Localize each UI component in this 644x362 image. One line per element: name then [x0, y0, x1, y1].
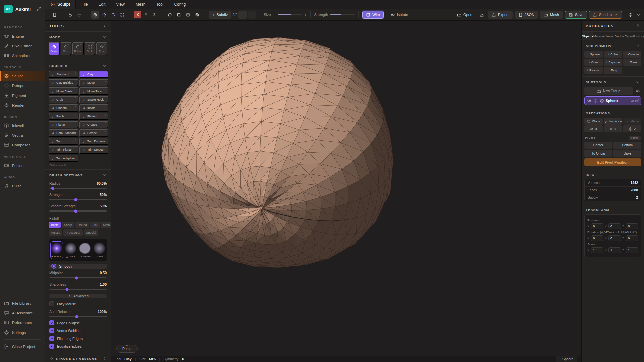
mirror-y-button[interactable]: Y	[604, 125, 622, 132]
vertex-welding-toggle[interactable]: Vertex Welding	[45, 327, 111, 335]
brush-trim-dynamic-button[interactable]: Trim Dynamic	[79, 138, 108, 145]
axis-x-toggle[interactable]: X	[134, 11, 141, 18]
brush-move-button[interactable]: MoveM	[79, 79, 108, 86]
brush-trim-adaptive-button[interactable]: Trim Adaptive	[49, 155, 78, 162]
falloff-special-tab[interactable]: Special	[84, 229, 99, 236]
brush-clay-buildup-button[interactable]: Clay Buildup	[49, 79, 78, 86]
undo-button[interactable]	[66, 11, 74, 19]
save-button[interactable]: Save	[565, 11, 587, 19]
sidebar-resize-handle[interactable]	[0, 351, 45, 361]
falloff-preset-smooth[interactable]: ● Smooth	[50, 241, 63, 259]
menu-config[interactable]: Config	[169, 2, 191, 7]
sidebar-item-inkwell[interactable]: Inkwell	[0, 121, 45, 130]
sidebar-item-engine[interactable]: Engine	[0, 31, 45, 41]
tab-export[interactable]: Export	[624, 32, 634, 40]
settings-menu-button[interactable]	[626, 11, 634, 19]
add-cone-button[interactable]: +Cone	[584, 59, 603, 66]
menu-view[interactable]: View	[111, 2, 130, 7]
add-primitive-header[interactable]: ADD PRIMITIVE	[582, 40, 644, 50]
brush-trim-smooth-button[interactable]: Trim Smooth	[79, 146, 108, 154]
radius-slider-track[interactable]	[49, 188, 107, 189]
add-subdiv-button[interactable]: +Subdiv	[209, 11, 231, 19]
brush-pinch-button[interactable]: PinchP	[49, 113, 78, 120]
radius-slider-knob[interactable]	[51, 187, 54, 190]
sidebar-item-pixel-editor[interactable]: Pixel Editor	[0, 41, 45, 51]
add-pyramid-button[interactable]: +Pyramid	[584, 67, 603, 74]
position-x-input[interactable]	[591, 223, 603, 229]
sidebar-item-pulse[interactable]: Pulse	[0, 181, 45, 191]
falloff-flat-tab[interactable]: Flat	[90, 222, 100, 228]
tab-history[interactable]: History	[634, 32, 644, 40]
size-slider[interactable]	[278, 14, 302, 15]
gizmo-select-button[interactable]	[91, 11, 99, 19]
scale-z-input[interactable]	[626, 247, 638, 253]
mode-pose-button[interactable]: YPose	[96, 42, 107, 55]
advanced-button[interactable]: Advanced	[49, 294, 107, 298]
mode-section-header[interactable]: MODE	[45, 32, 111, 41]
stroke-pressure-header[interactable]: STROKE & PRESSURE	[45, 353, 111, 362]
falloff-preset-linear[interactable]: ▢ Linear	[64, 241, 77, 259]
group-visibility-button[interactable]	[634, 87, 641, 95]
falloff-sharp-tab[interactable]: Sharp	[62, 222, 74, 228]
falloff-procedural-tab[interactable]: Procedural	[63, 229, 83, 236]
mode-sculpt-button[interactable]: QSculpt	[49, 42, 60, 55]
primitive-cylinder-button[interactable]	[184, 11, 192, 19]
subtools-header[interactable]: SUBTOOLS	[582, 76, 644, 86]
gear-icon[interactable]	[593, 99, 598, 103]
brush-flatten-button[interactable]: FlattenF	[79, 113, 108, 120]
mode-rotate-button[interactable]: ERotate	[72, 42, 84, 55]
equalize-edges-checkbox[interactable]	[49, 344, 54, 349]
falloff-artistic-tab[interactable]: Artistic	[49, 229, 62, 236]
download-button[interactable]	[478, 11, 486, 19]
brush-clay-button[interactable]: ClayC	[79, 71, 108, 78]
sidebar-item-references[interactable]: References	[0, 318, 45, 327]
gizmo-scale-button[interactable]	[118, 11, 126, 19]
mode-scale-button[interactable]: RScale	[85, 42, 96, 55]
sidebar-item-vectra[interactable]: Vectra	[0, 130, 45, 140]
brush-trim-button[interactable]: TrimT	[49, 138, 78, 145]
strength-slider-knob[interactable]	[74, 198, 77, 201]
strength-slider[interactable]	[330, 14, 355, 15]
brush-move-elastic-button[interactable]: Move Elastic	[49, 87, 78, 95]
menu-mesh[interactable]: Mesh	[130, 2, 151, 7]
menu-file[interactable]: File	[76, 2, 93, 7]
subtool-item-sphere[interactable]: Sphere 2880f	[584, 96, 641, 105]
open-button[interactable]: Open	[453, 11, 476, 19]
new-group-button[interactable]: New Group	[584, 87, 633, 95]
edge-collapse-checkbox[interactable]	[49, 320, 54, 325]
sidebar-item-render[interactable]: Render	[0, 100, 45, 110]
operation-merge-button[interactable]: Merge	[623, 118, 641, 125]
sidebar-item-close-project[interactable]: Close Project	[0, 342, 45, 351]
send-to-button[interactable]: Send to	[589, 11, 622, 19]
pivot-center-button[interactable]: Center	[584, 142, 612, 149]
mirror-z-button[interactable]: Z	[623, 125, 641, 132]
brush-planar-button[interactable]: Planar	[49, 121, 78, 128]
sidebar-item-sculpt[interactable]: Sculpt	[0, 71, 45, 81]
size-minus-button[interactable]: −	[273, 13, 275, 17]
menu-edit[interactable]: Edit	[93, 2, 111, 7]
collapse-panel-icon[interactable]	[102, 24, 107, 28]
tab-bridge[interactable]: Bridge	[614, 32, 624, 40]
isolate-toggle-button[interactable]: Isolate	[387, 11, 412, 19]
lazy-mouse-checkbox[interactable]	[49, 301, 54, 306]
primitive-ring-button[interactable]	[193, 11, 201, 19]
brush-scrape-button[interactable]: ScrapeK	[79, 129, 108, 137]
scale-y-input[interactable]	[608, 247, 621, 253]
brush-settings-header[interactable]: BRUSH SETTINGS	[45, 169, 111, 179]
sidebar-item-pigment[interactable]: Pigment	[0, 90, 45, 100]
position-z-input[interactable]	[626, 223, 638, 229]
size-plus-button[interactable]: +	[304, 13, 306, 17]
scale-x-input[interactable]	[591, 247, 603, 253]
pivot-show-button[interactable]: Show	[629, 136, 641, 140]
flip-long-edges-toggle[interactable]: Flip Long Edges	[45, 335, 111, 342]
axis-y-toggle[interactable]: Y	[142, 11, 150, 18]
mesh-canvas[interactable]	[111, 21, 581, 356]
auto-refactor-slider-knob[interactable]	[75, 315, 78, 318]
pivot-to-origin-button[interactable]: To Origin	[584, 150, 612, 157]
mesh-button[interactable]: Mesh	[540, 11, 563, 19]
falloff-math-tab[interactable]: Math	[101, 222, 111, 228]
axis-z-toggle[interactable]: Z	[151, 11, 158, 18]
menu-tool[interactable]: Tool	[151, 2, 169, 7]
redo-button[interactable]	[75, 11, 83, 19]
strength-slider-track[interactable]	[49, 199, 107, 200]
